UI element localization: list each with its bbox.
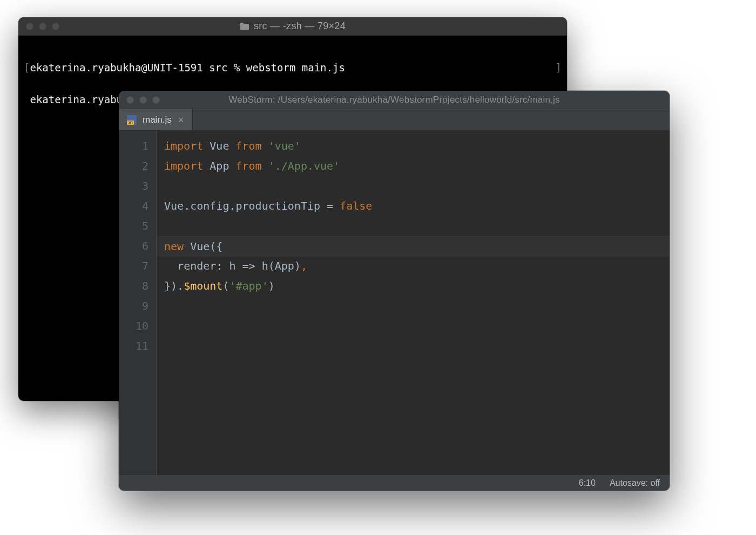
code-line <box>164 176 670 196</box>
terminal-title-wrap: src — -zsh — 79×24 <box>18 21 567 32</box>
line-number: 2 <box>119 156 148 176</box>
ide-statusbar: 6:10 Autosave: off <box>119 474 670 491</box>
ide-window: WebStorm: /Users/ekaterina.ryabukha/Webs… <box>119 91 670 491</box>
cursor-position[interactable]: 6:10 <box>579 478 596 488</box>
close-tab-icon[interactable]: × <box>177 115 185 125</box>
svg-text:JS: JS <box>128 121 133 125</box>
line-number: 8 <box>119 276 148 296</box>
window-close-button[interactable] <box>126 96 134 104</box>
line-number: 3 <box>119 176 148 196</box>
code-line: import App from './App.vue' <box>164 156 670 176</box>
code-line <box>164 296 670 316</box>
terminal-traffic-lights <box>18 23 59 30</box>
editor-tab-label: main.js <box>143 115 172 125</box>
ide-title: WebStorm: /Users/ekaterina.ryabukha/Webs… <box>119 95 670 105</box>
js-file-icon: JS <box>126 115 137 125</box>
line-number: 6 <box>119 236 148 256</box>
code-line: }).$mount('#app') <box>164 276 670 296</box>
terminal-titlebar: src — -zsh — 79×24 <box>18 17 567 36</box>
terminal-bracket: [ <box>24 62 30 73</box>
terminal-command: webstorm main.js <box>246 62 345 73</box>
window-close-button[interactable] <box>26 23 33 30</box>
ide-traffic-lights <box>119 96 160 104</box>
line-number: 9 <box>119 296 148 316</box>
code-line <box>164 316 670 336</box>
line-number: 11 <box>119 336 148 356</box>
terminal-line: [ekaterina.ryabukha@UNIT-1591 src % webs… <box>24 60 562 76</box>
terminal-title: src — -zsh — 79×24 <box>254 21 346 32</box>
code-line: render: h => h(App), <box>164 256 670 276</box>
line-number: 5 <box>119 216 148 236</box>
line-number: 7 <box>119 256 148 276</box>
folder-icon <box>240 22 249 30</box>
line-number: 1 <box>119 136 148 156</box>
editor-code[interactable]: import Vue from 'vue' import App from '.… <box>157 131 670 474</box>
window-minimize-button[interactable] <box>139 96 147 104</box>
code-line-current: new Vue({ <box>157 236 670 256</box>
editor-tab-mainjs[interactable]: JS main.js × <box>119 109 193 130</box>
editor-area[interactable]: 1 2 3 4 5 6 7 8 9 10 11 import Vue from … <box>119 131 670 474</box>
window-minimize-button[interactable] <box>39 23 46 30</box>
editor-gutter: 1 2 3 4 5 6 7 8 9 10 11 <box>119 131 157 474</box>
ide-tabbar: JS main.js × <box>119 109 670 131</box>
terminal-prompt: ekaterina.ryabukha@UNIT-1591 src % <box>30 62 246 73</box>
ide-titlebar: WebStorm: /Users/ekaterina.ryabukha/Webs… <box>119 91 670 109</box>
window-zoom-button[interactable] <box>52 23 59 30</box>
terminal-bracket <box>24 93 30 105</box>
line-number: 4 <box>119 196 148 216</box>
code-line: import Vue from 'vue' <box>164 136 670 156</box>
window-zoom-button[interactable] <box>152 96 160 104</box>
line-number: 10 <box>119 316 148 336</box>
autosave-status[interactable]: Autosave: off <box>610 478 660 488</box>
code-line: Vue.config.productionTip = false <box>164 196 670 216</box>
code-line <box>164 216 670 236</box>
terminal-bracket: ] <box>556 60 562 76</box>
code-line <box>164 336 670 356</box>
